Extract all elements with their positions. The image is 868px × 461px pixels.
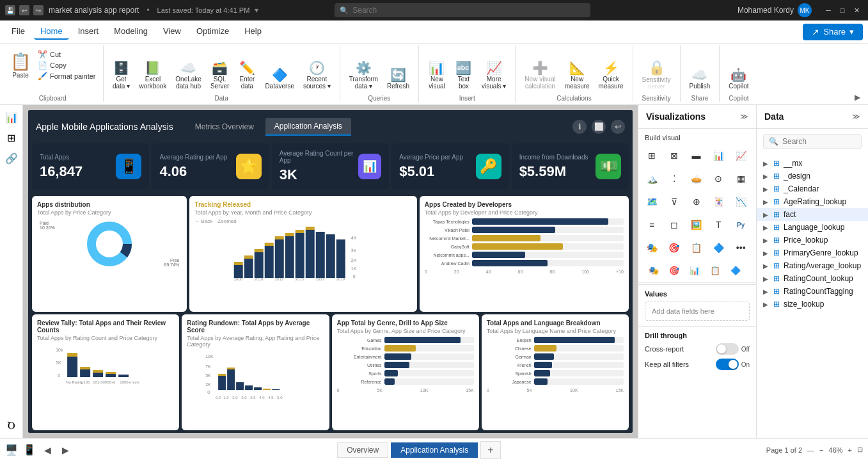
sql-server-button[interactable]: 🗃️ SQLServer xyxy=(207,59,233,92)
cut-button[interactable]: ✂️ Cut xyxy=(36,49,98,60)
mobile-view-icon[interactable]: 📱 xyxy=(23,444,36,456)
viz-textbox-icon[interactable]: T xyxy=(709,216,728,234)
publish-button[interactable]: ☁️ Publish xyxy=(686,66,714,92)
viz-expand-icon[interactable]: ≫ xyxy=(740,112,748,121)
viz-custom4-icon[interactable]: 🔷 xyxy=(709,239,728,257)
search-bar[interactable]: 🔍 xyxy=(335,3,590,17)
chart-genre[interactable]: App Total by Genre, Drill to App Size To… xyxy=(332,314,479,430)
viz-bar-chart-icon[interactable]: ▬ xyxy=(687,147,706,165)
dataverse-button[interactable]: 🔷 Dataverse xyxy=(261,66,298,92)
tree-item-fact[interactable]: ▶ ⊞ fact xyxy=(757,208,868,221)
viz-scatter-icon[interactable]: ⁚ xyxy=(665,170,684,188)
viz-more-icon[interactable]: ••• xyxy=(731,239,750,257)
viz-donut-icon[interactable]: ⊙ xyxy=(709,170,728,188)
chart-developers[interactable]: Apps Created by Developers Total Apps by… xyxy=(420,196,629,312)
info-icon[interactable]: ℹ xyxy=(572,120,587,134)
enter-data-button[interactable]: ✏️ Enterdata xyxy=(234,59,260,92)
zoom-in-btn[interactable]: + xyxy=(848,446,852,454)
viz-map-icon[interactable]: 🗺️ xyxy=(642,193,661,211)
nav-next-arrow[interactable]: ▶ xyxy=(59,444,72,457)
viz-card-icon[interactable]: 🃏 xyxy=(709,193,728,211)
viz-column-chart-icon[interactable]: 📊 xyxy=(709,147,728,165)
tree-item-agerating[interactable]: ▶ ⊞ AgeRating_lookup xyxy=(757,195,868,208)
search-input[interactable] xyxy=(352,6,585,15)
chart-tracking-released[interactable]: Tracking Released Total Apps by Year, Mo… xyxy=(189,196,416,312)
refresh-button[interactable]: 🔄 Refresh xyxy=(383,66,413,92)
new-visual-button[interactable]: 📊 Newvisual xyxy=(424,59,450,92)
minimize-button[interactable]: ─ xyxy=(822,4,835,17)
tab-metrics-overview[interactable]: Metrics Overview xyxy=(186,118,263,135)
viz-funnel-icon[interactable]: ⊽ xyxy=(665,193,684,211)
viz-bottom5-icon[interactable]: 🔷 xyxy=(727,262,745,279)
sensitivity-button[interactable]: 🔒 Sensitivity Server xyxy=(638,58,675,92)
tree-item-ratingcounttagging[interactable]: ▶ ⊞ RatingCountTagging xyxy=(757,285,868,298)
viz-python-icon[interactable]: Py xyxy=(731,216,750,234)
viz-line-chart-icon[interactable]: 📈 xyxy=(731,147,750,165)
paste-button[interactable]: 📋 Paste xyxy=(8,49,33,81)
get-data-button[interactable]: 🗄️ Getdata ▾ xyxy=(109,59,134,92)
chart-apps-distribution[interactable]: Apps distribution Total Apps by Price Ca… xyxy=(32,196,187,312)
undo-icon[interactable]: ↩ xyxy=(19,5,29,15)
tree-item-primarygenre[interactable]: ▶ ⊞ PrimaryGenre_lookup xyxy=(757,247,868,259)
tree-item-calendar[interactable]: ▶ ⊞ _Calendar xyxy=(757,182,868,195)
viz-area-chart-icon[interactable]: 🏔️ xyxy=(642,170,661,188)
transform-data-button[interactable]: ⚙️ Transformdata ▾ xyxy=(345,59,382,92)
tree-item-size[interactable]: ▶ ⊞ size_lookup xyxy=(757,298,868,311)
excel-workbook-button[interactable]: 📗 Excelworkbook xyxy=(136,59,171,92)
viz-treemap-icon[interactable]: ▦ xyxy=(731,170,750,188)
viz-table-icon[interactable]: ⊞ xyxy=(642,147,661,165)
viz-custom1-icon[interactable]: 🎭 xyxy=(642,239,661,257)
tree-item-price[interactable]: ▶ ⊞ Price_lookup xyxy=(757,234,868,247)
menu-insert[interactable]: Insert xyxy=(72,24,106,40)
menu-modeling[interactable]: Modeling xyxy=(107,24,154,40)
viz-bottom3-icon[interactable]: 📊 xyxy=(686,262,704,279)
maximize-button[interactable]: □ xyxy=(836,4,849,17)
chart-rating-rundown[interactable]: Rating Rundown: Total Apps by Average Sc… xyxy=(182,314,329,430)
data-expand-icon[interactable]: ≫ xyxy=(852,112,860,121)
viz-matrix-icon[interactable]: ⊠ xyxy=(665,147,684,165)
menu-help[interactable]: Help xyxy=(238,24,268,40)
tree-item-mx[interactable]: ▶ ⊞ __mx xyxy=(757,157,868,170)
viz-gauge-icon[interactable]: ⊕ xyxy=(687,193,706,211)
menu-home[interactable]: Home xyxy=(34,24,69,40)
save-icon[interactable]: 💾 xyxy=(5,5,15,15)
ribbon-collapse[interactable]: ▶ xyxy=(849,93,865,102)
tree-item-ratingavg[interactable]: ▶ ⊞ RatingAverage_lookup xyxy=(757,259,868,272)
viz-bottom1-icon[interactable]: 🎭 xyxy=(645,262,663,279)
page-tab-overview[interactable]: Overview xyxy=(337,442,388,458)
viz-image-icon[interactable]: 🖼️ xyxy=(687,216,706,234)
tree-item-language[interactable]: ▶ ⊞ Language_lookup xyxy=(757,221,868,234)
new-measure-button[interactable]: 📐 Newmeasure xyxy=(561,59,594,92)
data-search[interactable]: 🔍 xyxy=(763,134,862,149)
chart-review-tally[interactable]: Review Tally: Total Apps and Their Revie… xyxy=(32,314,179,430)
page-tab-application-analysis[interactable]: Application Analysis xyxy=(391,442,478,458)
text-box-button[interactable]: 🔤 Textbox xyxy=(451,59,477,92)
quick-measure-button[interactable]: ⚡ Quickmeasure xyxy=(595,59,627,92)
cross-report-toggle[interactable] xyxy=(716,343,739,355)
nav-report-icon[interactable]: 📊 xyxy=(4,110,19,124)
data-search-input[interactable] xyxy=(782,137,856,146)
add-page-button[interactable]: + xyxy=(480,441,500,459)
recent-sources-button[interactable]: 🕐 Recentsources ▾ xyxy=(299,59,335,92)
undo-icon[interactable]: ↩ xyxy=(611,120,625,134)
desktop-view-icon[interactable]: 🖥️ xyxy=(5,444,18,456)
fit-page-btn[interactable]: ⊡ xyxy=(857,446,863,454)
viz-custom2-icon[interactable]: 🎯 xyxy=(665,239,684,257)
dropdown-arrow[interactable]: ▾ xyxy=(255,6,258,15)
viz-pie-icon[interactable]: 🥧 xyxy=(687,170,706,188)
tree-item-ratingcount[interactable]: ▶ ⊞ RatingCount_lookup xyxy=(757,272,868,285)
viz-slicer-icon[interactable]: ≡ xyxy=(642,216,661,234)
keep-filters-toggle[interactable] xyxy=(716,359,739,370)
menu-file[interactable]: File xyxy=(5,24,31,40)
viz-bottom2-icon[interactable]: 🎯 xyxy=(665,262,683,279)
copilot-button[interactable]: 🤖 Copilot xyxy=(725,66,752,92)
menu-view[interactable]: View xyxy=(157,24,187,40)
chart-language[interactable]: Total Apps and Language Breakdown Total … xyxy=(482,314,629,430)
viz-custom3-icon[interactable]: 📋 xyxy=(687,239,706,257)
copy-button[interactable]: 📄 Copy xyxy=(36,60,98,70)
onelake-button[interactable]: ☁️ OneLakedata hub xyxy=(171,59,205,92)
share-button[interactable]: ↗ Share ▾ xyxy=(803,24,863,40)
menu-optimize[interactable]: Optimize xyxy=(190,24,235,40)
viz-bottom4-icon[interactable]: 📋 xyxy=(706,262,724,279)
viz-kpi-icon[interactable]: 📉 xyxy=(731,193,750,211)
